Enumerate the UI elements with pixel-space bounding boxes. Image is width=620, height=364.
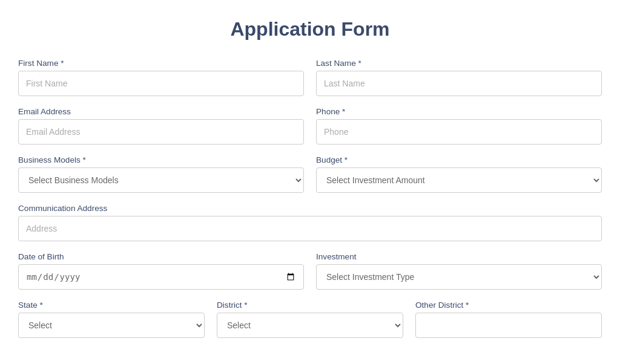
district-group: District * Select xyxy=(217,301,403,338)
budget-select[interactable]: Select Investment Amount xyxy=(316,167,602,193)
state-label: State * xyxy=(18,301,205,310)
address-label: Communication Address xyxy=(18,204,602,213)
district-select[interactable]: Select xyxy=(217,313,403,338)
email-group: Email Address xyxy=(18,107,304,145)
row-name: First Name * Last Name * xyxy=(18,59,602,96)
last-name-input[interactable] xyxy=(316,71,602,96)
row-business: Business Models * Select Business Models… xyxy=(18,155,602,193)
district-label: District * xyxy=(217,301,403,310)
first-name-group: First Name * xyxy=(18,59,304,96)
other-district-input[interactable] xyxy=(415,313,602,338)
row-location: State * Select District * Select Other D… xyxy=(18,301,602,338)
business-models-select[interactable]: Select Business Models xyxy=(18,167,304,193)
page-title: Application Form xyxy=(18,18,602,41)
business-models-label: Business Models * xyxy=(18,155,304,164)
last-name-group: Last Name * xyxy=(316,59,602,96)
phone-label: Phone * xyxy=(316,107,602,116)
row-address: Communication Address xyxy=(18,204,602,241)
row-dob-investment: Date of Birth Investment Select Investme… xyxy=(18,252,602,290)
email-input[interactable] xyxy=(18,119,304,145)
dob-input[interactable] xyxy=(18,264,304,290)
first-name-input[interactable] xyxy=(18,71,304,96)
investment-label: Investment xyxy=(316,252,602,261)
budget-group: Budget * Select Investment Amount xyxy=(316,155,602,193)
business-models-group: Business Models * Select Business Models xyxy=(18,155,304,193)
email-label: Email Address xyxy=(18,107,304,116)
dob-label: Date of Birth xyxy=(18,252,304,261)
state-group: State * Select xyxy=(18,301,205,338)
budget-label: Budget * xyxy=(316,155,602,164)
dob-group: Date of Birth xyxy=(18,252,304,290)
investment-select[interactable]: Select Investment Type xyxy=(316,264,602,290)
first-name-label: First Name * xyxy=(18,59,304,68)
other-district-group: Other District * xyxy=(415,301,602,338)
investment-group: Investment Select Investment Type xyxy=(316,252,602,290)
row-contact: Email Address Phone * xyxy=(18,107,602,145)
phone-input[interactable] xyxy=(316,119,602,145)
address-group: Communication Address xyxy=(18,204,602,241)
form-container: Application Form First Name * Last Name … xyxy=(18,18,602,338)
address-input[interactable] xyxy=(18,216,602,241)
state-select[interactable]: Select xyxy=(18,313,205,338)
phone-group: Phone * xyxy=(316,107,602,145)
last-name-label: Last Name * xyxy=(316,59,602,68)
other-district-label: Other District * xyxy=(415,301,602,310)
